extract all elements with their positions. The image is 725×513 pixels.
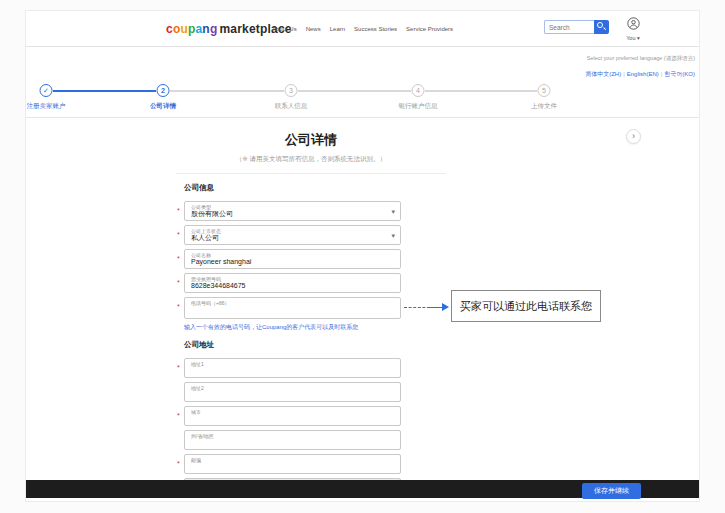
search-input[interactable] [544,20,594,34]
form-row: 地址2 [184,382,401,402]
top-header: coupangmarketplace About Us News Learn S… [26,11,699,47]
company-type-select[interactable]: 公司类型 股份有限公司 ▾ [184,201,401,221]
city-input[interactable]: 城市 [184,406,401,426]
business-license-number-input[interactable]: 营业执照号码 8628e344684675 [184,273,401,293]
page-card: coupangmarketplace About Us News Learn S… [25,10,700,502]
step-connector [53,90,156,92]
address-line1-input[interactable]: 地址1 [184,358,401,378]
search-button[interactable] [594,20,609,34]
company-name-input[interactable]: 公司名称 Payoneer shanghai [184,249,401,269]
step-5-label: 上传文件 [531,102,557,111]
step-4-label: 银行账户信息 [399,102,438,111]
field-value: 私人公司 [191,234,394,242]
form-row: * 电话号码（+86） [184,297,401,319]
nav-learn[interactable]: Learn [330,26,345,32]
language-separator: | [623,71,625,77]
logo-letter: g [210,22,218,36]
callout-arrow-head [442,303,449,311]
user-icon [627,17,640,30]
nav-success-stories[interactable]: Success Stories [354,26,397,32]
field-label: 邮编 [191,457,394,463]
nav-about-us[interactable]: About Us [272,26,297,32]
language-separator: | [661,71,663,77]
language-selector: Select your preferred language (请选择语言) 简… [585,55,695,80]
phone-callout-box: 买家可以通过此电话联系您 [451,290,601,322]
title-block: 公司详情 （※ 请用英文填写所有信息，否则系统无法识别。） [26,131,596,164]
postal-code-input[interactable]: 邮编 [184,454,401,474]
step-number: 3 [289,87,293,94]
section-heading-company-info: 公司信息 [184,183,401,193]
form-row: 州/省/地区 [184,430,401,450]
step-5-circle[interactable]: 5 [538,84,551,97]
logo-letter: u [180,22,188,36]
field-label: 州/省/地区 [191,433,394,439]
form-row: * 营业执照号码 8628e344684675 [184,273,401,293]
step-connector [170,90,284,92]
page-subtitle: （※ 请用英文填写所有信息，否则系统无法识别。） [26,155,596,164]
step-4-circle[interactable]: 4 [412,84,425,97]
user-menu[interactable]: You ▾ [621,16,645,41]
required-mark: * [177,279,180,286]
page-title: 公司详情 [26,131,596,149]
step-3-circle[interactable]: 3 [285,84,298,97]
form-row: * 公司上市状态 私人公司 ▾ [184,225,401,245]
required-mark: * [177,231,180,238]
step-number: 4 [416,87,420,94]
field-label: 城市 [191,409,394,415]
form-row: * 公司名称 Payoneer shanghai [184,249,401,269]
step-3-label: 联系人信息 [275,102,308,111]
chevron-down-icon: ▾ [391,208,395,216]
form-row: * 公司类型 股份有限公司 ▾ [184,201,401,221]
field-label: 地址1 [191,361,394,367]
field-value: Payoneer shanghai [191,258,394,266]
required-mark: * [177,255,180,262]
nav-service-providers[interactable]: Service Providers [406,26,453,32]
required-mark: * [177,303,180,310]
step-2-label: 公司详情 [150,102,176,111]
language-option-ko[interactable]: 한국어(KO) [664,71,695,77]
form-row: * 邮编 [184,454,401,474]
logo-letter: n [202,22,210,36]
footer-bar: 保存并继续 [26,480,699,498]
address-line2-input[interactable]: 地址2 [184,382,401,402]
state-province-input[interactable]: 州/省/地区 [184,430,401,450]
save-and-continue-button[interactable]: 保存并继续 [582,483,641,499]
language-option-zh[interactable]: 简体中文(ZH) [585,71,621,77]
step-1-circle[interactable]: ✓ [40,84,53,97]
language-prompt: Select your preferred language (请选择语言) [585,55,695,62]
phone-helper-link[interactable]: 输入一个有效的电话号码，让Coupang的客户代表可以及时联系您 [184,323,401,332]
callout-arrow-dashed [404,307,430,308]
field-value: 股份有限公司 [191,210,394,218]
title-divider [176,173,446,174]
form-row: * 城市 [184,406,401,426]
company-listing-status-select[interactable]: 公司上市状态 私人公司 ▾ [184,225,401,245]
user-menu-label: You ▾ [621,35,645,41]
search-icon [597,22,603,28]
step-1-label: 注册卖家账户 [27,102,66,111]
step-2-circle[interactable]: 2 [157,84,170,97]
logo-letter: c [166,22,173,36]
field-label: 电话号码（+86） [191,300,394,306]
company-form: 公司信息 * 公司类型 股份有限公司 ▾ * 公司上市状态 私人公司 ▾ * 公… [184,183,401,502]
required-mark: * [177,460,180,467]
required-mark: * [177,207,180,214]
chevron-right-icon: › [632,131,635,141]
search-bar [544,20,609,34]
step-connector [298,90,411,92]
field-value: 8628e344684675 [191,282,394,290]
expand-panel-button[interactable]: › [626,129,641,144]
step-number: 2 [161,87,165,94]
nav-news[interactable]: News [306,26,321,32]
form-row: * 地址1 [184,358,401,378]
phone-number-input[interactable]: 电话号码（+86） [184,297,401,319]
required-mark: * [177,412,180,419]
field-label: 地址2 [191,385,394,391]
phone-callout-text: 买家可以通过此电话联系您 [460,299,592,314]
chevron-down-icon: ▾ [391,232,395,240]
language-option-en[interactable]: English(EN) [627,71,659,77]
step-number: 5 [542,87,546,94]
header-nav: About Us News Learn Success Stories Serv… [272,26,453,32]
required-mark: * [177,364,180,371]
header-divider [26,117,699,118]
check-icon: ✓ [43,87,49,94]
